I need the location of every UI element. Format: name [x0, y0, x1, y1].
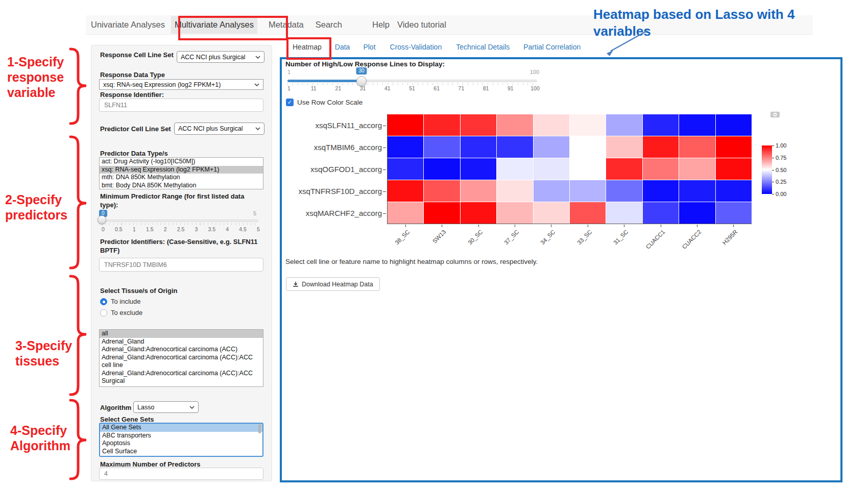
- heatmap-cell-xsqogfod1-accorg-37-sc[interactable]: [497, 158, 533, 180]
- nav-item-help[interactable]: Help: [369, 16, 393, 34]
- exclude-radio[interactable]: [100, 309, 107, 316]
- heatmap-cell-xsqtmbim6-accorg-37-sc[interactable]: [497, 136, 533, 158]
- tissue-option-adrenal-gland[interactable]: Adrenal_Gland: [100, 338, 263, 346]
- response-data-type-select[interactable]: xsq: RNA-seq Expression (log2 FPKM+1): [99, 79, 263, 90]
- nav-item-search[interactable]: Search: [312, 16, 346, 34]
- lines-slider-handle[interactable]: [356, 76, 367, 86]
- heatmap-cell-xsqtmbim6-accorg-31-sc[interactable]: [606, 136, 642, 158]
- heatmap-cell-xsqmarchf2-accorg-33-sc[interactable]: [570, 202, 606, 224]
- tissue-option-adrenal-gland-adrenocortical-carcinoma-acc[interactable]: Adrenal_Gland:Adrenocortical carcinoma (…: [100, 346, 263, 354]
- nav-item-metadata[interactable]: Metadata: [265, 16, 307, 34]
- tab-data[interactable]: Data: [330, 40, 355, 54]
- heatmap-cell-xsqslfn11-accorg-34-sc[interactable]: [534, 114, 569, 136]
- heatmap-cell-xsqtnfrsf10d-accorg-34-sc[interactable]: [534, 180, 569, 202]
- min-predictor-range-handle[interactable]: [98, 215, 106, 224]
- heatmap-cell-xsqtmbim6-accorg-cuacc2[interactable]: [679, 136, 715, 158]
- heatmap-cell-xsqmarchf2-accorg-h295r[interactable]: [716, 202, 752, 224]
- heatmap-cell-xsqmarchf2-accorg-cuacc2[interactable]: [679, 202, 715, 224]
- predictor-cell-line-set-select[interactable]: ACC NCI plus Surgical: [174, 123, 264, 135]
- predictor-data-type-option-mth-dna-850k-methylation[interactable]: mth: DNA 850K Methylation: [100, 174, 263, 182]
- gene-set-option-all-gene-sets[interactable]: All Gene Sets: [100, 424, 262, 432]
- heatmap-row-label-xsqslfn11-accorg[interactable]: xsqSLFN11_accorg: [282, 121, 382, 130]
- heatmap-cell-xsqtnfrsf10d-accorg-30-sc[interactable]: [461, 180, 496, 202]
- response-identifier-input[interactable]: [99, 99, 263, 112]
- heatmap-cell-xsqtnfrsf10d-accorg-cuacc1[interactable]: [643, 180, 679, 202]
- heatmap-cell-xsqslfn11-accorg-30-sc[interactable]: [461, 114, 496, 136]
- heatmap-cell-xsqogfod1-accorg-34-sc[interactable]: [534, 158, 569, 180]
- heatmap-cell-xsqmarchf2-accorg-30-sc[interactable]: [461, 202, 496, 224]
- heatmap-cell-xsqslfn11-accorg-cuacc2[interactable]: [679, 114, 715, 136]
- heatmap-cell-xsqtmbim6-accorg-33-sc[interactable]: [570, 136, 606, 158]
- heatmap-row-label-xsqtmbim6-accorg[interactable]: xsqTMBIM6_accorg: [282, 143, 382, 152]
- heatmap-row-label-xsqmarchf2-accorg[interactable]: xsqMARCHF2_accorg: [282, 209, 382, 217]
- nav-item-multivariate-analyses[interactable]: Multivariate Analyses: [171, 16, 257, 34]
- heatmap-cell-xsqtnfrsf10d-accorg-31-sc[interactable]: [606, 180, 642, 202]
- tab-partial-correlation[interactable]: Partial Correlation: [518, 40, 586, 54]
- max-predictors-input[interactable]: [99, 468, 263, 480]
- heatmap-cell-xsqmarchf2-accorg-38-sc[interactable]: [388, 202, 423, 224]
- gene-sets-list[interactable]: All Gene SetsABC transportersApoptosisCe…: [99, 423, 263, 457]
- heatmap-cell-xsqtnfrsf10d-accorg-cuacc2[interactable]: [679, 180, 715, 202]
- tissue-option-adrenal-gland-adrenocortical-carcinoma-acc-acc-surgical[interactable]: Adrenal_Gland:Adrenocortical carcinoma (…: [100, 370, 263, 385]
- heatmap-cell-xsqogfod1-accorg-sw13[interactable]: [424, 158, 460, 180]
- heatmap-cell-xsqslfn11-accorg-h295r[interactable]: [716, 114, 752, 136]
- heatmap-cell-xsqogfod1-accorg-38-sc[interactable]: [388, 158, 423, 180]
- heatmap-cell-xsqtmbim6-accorg-h295r[interactable]: [716, 136, 752, 158]
- heatmap-cell-xsqmarchf2-accorg-sw13[interactable]: [424, 202, 460, 224]
- tissue-option-all[interactable]: all: [100, 330, 263, 338]
- heatmap-cell-xsqogfod1-accorg-cuacc1[interactable]: [643, 158, 679, 180]
- predictor-identifiers-input[interactable]: [99, 258, 263, 272]
- heatmap-cell-xsqtnfrsf10d-accorg-sw13[interactable]: [424, 180, 460, 202]
- camera-icon[interactable]: [770, 110, 780, 118]
- heatmap-cell-xsqmarchf2-accorg-37-sc[interactable]: [497, 202, 533, 224]
- nav-item-univariate-analyses[interactable]: Univariate Analyses: [87, 16, 168, 34]
- heatmap-cell-xsqtmbim6-accorg-30-sc[interactable]: [461, 136, 496, 158]
- predictor-data-types-list[interactable]: act: Drug Activity (-log10[IC50M])xsq: R…: [99, 157, 263, 189]
- gene-set-option-abc-transporters[interactable]: ABC transporters: [100, 432, 262, 440]
- response-cell-line-set-select[interactable]: ACC NCI plus Surgical: [177, 51, 264, 63]
- heatmap-cell-xsqtnfrsf10d-accorg-h295r[interactable]: [716, 180, 752, 202]
- heatmap-cell-xsqogfod1-accorg-31-sc[interactable]: [606, 158, 642, 180]
- heatmap-cell-xsqogfod1-accorg-33-sc[interactable]: [570, 158, 606, 180]
- download-heatmap-data-button[interactable]: Download Heatmap Data: [286, 277, 380, 291]
- heatmap-cell-xsqtmbim6-accorg-sw13[interactable]: [424, 136, 460, 158]
- predictor-data-type-option-act-drug-activity-log10-ic50m[interactable]: act: Drug Activity (-log10[IC50M]): [100, 158, 263, 166]
- heatmap-cell-xsqmarchf2-accorg-cuacc1[interactable]: [643, 202, 679, 224]
- heatmap-cell-xsqslfn11-accorg-33-sc[interactable]: [570, 114, 606, 136]
- heatmap-row-label-xsqogfod1-accorg[interactable]: xsqOGFOD1_accorg: [282, 165, 382, 174]
- heatmap-cell-xsqslfn11-accorg-38-sc[interactable]: [388, 114, 423, 136]
- heatmap-cell-xsqmarchf2-accorg-31-sc[interactable]: [606, 202, 642, 224]
- heatmap-cell-xsqogfod1-accorg-h295r[interactable]: [716, 158, 752, 180]
- heatmap-cell-xsqtmbim6-accorg-cuacc1[interactable]: [643, 136, 679, 158]
- heatmap-cell-xsqtmbim6-accorg-34-sc[interactable]: [534, 136, 569, 158]
- heatmap-cell-xsqtnfrsf10d-accorg-33-sc[interactable]: [570, 180, 606, 202]
- algorithm-select[interactable]: Lasso: [133, 401, 199, 413]
- nav-item-video-tutorial[interactable]: Video tutorial: [394, 16, 450, 34]
- heatmap-cell-xsqogfod1-accorg-30-sc[interactable]: [461, 158, 496, 180]
- heatmap-cell-xsqtmbim6-accorg-38-sc[interactable]: [388, 136, 423, 158]
- tab-plot[interactable]: Plot: [358, 40, 380, 54]
- tissue-exclude-radio-row[interactable]: To exclude: [100, 309, 142, 316]
- tab-heatmap[interactable]: Heatmap: [287, 40, 327, 54]
- gene-sets-scrollbar[interactable]: [258, 424, 261, 433]
- include-radio[interactable]: [100, 298, 107, 305]
- heatmap-cell-xsqtnfrsf10d-accorg-37-sc[interactable]: [497, 180, 533, 202]
- tissue-include-radio-row[interactable]: To include: [100, 298, 141, 305]
- predictor-data-type-option-xsq-rna-seq-expression-log2-fpkm-1[interactable]: xsq: RNA-seq Expression (log2 FPKM+1): [100, 166, 263, 174]
- heatmap-row-label-xsqtnfrsf10d-accorg[interactable]: xsqTNFRSF10D_accorg: [282, 187, 382, 196]
- heatmap-cell-xsqslfn11-accorg-sw13[interactable]: [424, 114, 460, 136]
- heatmap-cell-xsqslfn11-accorg-31-sc[interactable]: [606, 114, 642, 136]
- tab-technical-details[interactable]: Technical Details: [451, 40, 515, 54]
- tissue-origin-list[interactable]: allAdrenal_GlandAdrenal_Gland:Adrenocort…: [99, 329, 263, 387]
- min-predictor-range-track[interactable]: [102, 219, 258, 222]
- gene-set-option-cell-surface[interactable]: Cell Surface: [100, 448, 262, 456]
- heatmap-cell-xsqogfod1-accorg-cuacc2[interactable]: [679, 158, 715, 180]
- heatmap-cell-xsqtnfrsf10d-accorg-38-sc[interactable]: [388, 180, 423, 202]
- heatmap-cell-xsqslfn11-accorg-37-sc[interactable]: [497, 114, 533, 136]
- tab-cross-validation[interactable]: Cross-Validation: [385, 40, 447, 54]
- heatmap-cell-xsqslfn11-accorg-cuacc1[interactable]: [643, 114, 679, 136]
- tissue-option-adrenal-gland-adrenocortical-carcinoma-acc-acc-cell-line[interactable]: Adrenal_Gland:Adrenocortical carcinoma (…: [100, 354, 263, 370]
- gene-set-option-apoptosis[interactable]: Apoptosis: [100, 440, 262, 448]
- heatmap-cell-xsqmarchf2-accorg-34-sc[interactable]: [534, 202, 569, 224]
- row-color-scale-checkbox[interactable]: [286, 99, 294, 106]
